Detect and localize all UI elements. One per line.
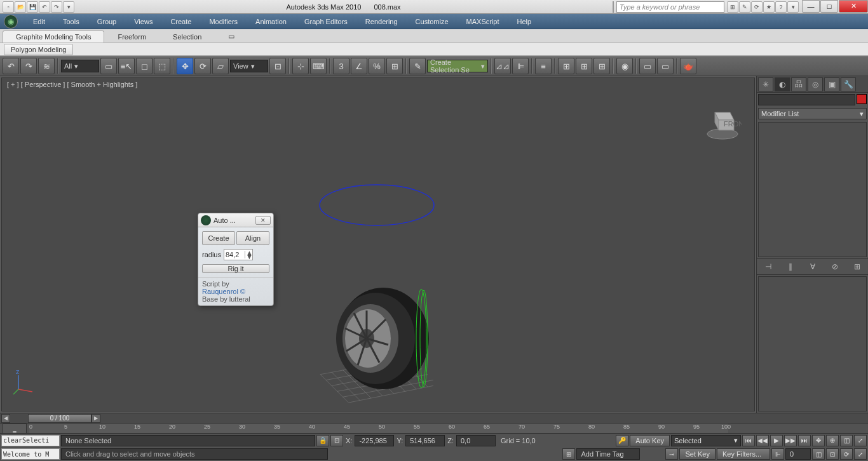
ribbon-tab-selection[interactable]: Selection	[159, 30, 215, 43]
nav-max-icon[interactable]: ⤢	[854, 448, 867, 460]
pivot-icon[interactable]: ⊡	[269, 58, 286, 74]
menu-help[interactable]: Help	[508, 15, 541, 28]
menu-customize[interactable]: Customize	[407, 15, 458, 28]
menu-maxscript[interactable]: MAXScript	[458, 15, 508, 28]
select-rotate-icon[interactable]: ⟳	[194, 58, 211, 74]
author-link[interactable]: Rauquenrol ©	[202, 288, 245, 295]
select-move-icon[interactable]: ✥	[177, 58, 193, 74]
nav-orbit-icon[interactable]: ⊕	[826, 435, 839, 446]
manipulate-icon[interactable]: ⊹	[292, 58, 309, 74]
infocenter-icon[interactable]: ⊞	[727, 1, 738, 13]
y-coord[interactable]: 514,656	[405, 435, 445, 446]
dialog-titlebar[interactable]: Auto ... ✕	[198, 213, 273, 227]
link-icon[interactable]: ≋	[38, 58, 55, 74]
set-key-button[interactable]: Set Key	[679, 448, 715, 460]
star-icon[interactable]: ★	[763, 1, 775, 13]
align-button[interactable]: Align	[236, 231, 269, 245]
render-teapot-icon[interactable]: 🫖	[680, 58, 696, 74]
radius-spinner[interactable]: 84,2 ▲▼	[224, 249, 253, 260]
listener-output[interactable]: clearSelecti	[1, 435, 60, 446]
percent-snap-icon[interactable]: %	[369, 58, 385, 74]
goto-end-icon[interactable]: ⏭	[798, 435, 811, 446]
qat-open-icon[interactable]: 📂	[15, 1, 26, 13]
nav-zoom-icon[interactable]: ⤢	[854, 435, 867, 446]
ribbon-tab-graphite[interactable]: Graphite Modeling Tools	[3, 30, 104, 43]
object-color-swatch[interactable]	[857, 94, 867, 104]
render-frame-icon[interactable]: ▭	[639, 58, 656, 74]
qat-redo-icon[interactable]: ↷	[51, 1, 62, 13]
motion-tab-icon[interactable]: ◎	[808, 77, 823, 91]
add-time-tag[interactable]: Add Time Tag	[576, 448, 640, 460]
menu-modifiers[interactable]: Modifiers	[200, 15, 247, 28]
mirror-icon[interactable]: ⊿⊿	[494, 58, 511, 74]
prev-frame-button[interactable]: ◀	[1, 414, 10, 423]
comm-center-icon[interactable]: ⊞	[562, 448, 575, 460]
select-by-name-icon[interactable]: ≡↖	[118, 58, 135, 74]
current-frame-spinner[interactable]: 0	[785, 448, 811, 460]
snap-3-icon[interactable]: 3	[333, 58, 349, 74]
configure-icon[interactable]: ⊞	[851, 260, 864, 273]
prev-key-icon[interactable]: ◀◀	[756, 435, 769, 446]
select-region-icon[interactable]: ◻	[136, 58, 153, 74]
rig-it-button[interactable]: Rig it	[202, 264, 269, 273]
menu-tools[interactable]: Tools	[54, 15, 88, 28]
select-scale-icon[interactable]: ▱	[212, 58, 229, 74]
lock-selection-icon[interactable]: 🔒	[316, 435, 329, 446]
next-key-icon[interactable]: ▶▶	[784, 435, 797, 446]
spinner-snap-icon[interactable]: ⊞	[386, 58, 403, 74]
z-coord[interactable]: 0,0	[456, 435, 496, 446]
menu-edit[interactable]: Edit	[24, 15, 54, 28]
nav-orbit2-icon[interactable]: ⟳	[840, 448, 853, 460]
next-frame-button[interactable]: ▶	[92, 414, 100, 423]
qat-new-icon[interactable]: ▫	[3, 1, 14, 13]
autorig-dialog[interactable]: Auto ... ✕ Create Align radius 84,2 ▲▼ R…	[198, 213, 274, 306]
qat-save-icon[interactable]: 💾	[27, 1, 38, 13]
help-dd-icon[interactable]: ▾	[787, 1, 799, 13]
material-editor-icon[interactable]: ⊞	[593, 58, 610, 74]
qat-undo-icon[interactable]: ↶	[39, 1, 50, 13]
utilities-tab-icon[interactable]: 🔧	[841, 77, 856, 91]
dialog-close-button[interactable]: ✕	[255, 216, 271, 225]
spinner-arrows-icon[interactable]: ▲▼	[245, 251, 251, 258]
key-mode-dropdown[interactable]: Selected▾	[671, 435, 741, 446]
menu-create[interactable]: Create	[161, 15, 200, 28]
ribbon-polygon-modeling[interactable]: Polygon Modeling	[4, 44, 73, 55]
wheel-object[interactable]	[326, 269, 440, 396]
nav-zoomall-icon[interactable]: ⊡	[826, 448, 839, 460]
object-name-input[interactable]	[758, 94, 855, 105]
auto-key-button[interactable]: Auto Key	[630, 435, 670, 446]
comm-icon[interactable]: ✎	[739, 1, 750, 13]
modifier-stack[interactable]	[758, 122, 867, 257]
viewport-label[interactable]: [ + ] [ Perspective ] [ Smooth + Highlig…	[7, 81, 137, 88]
x-coord[interactable]: -225,985	[355, 435, 394, 446]
select-object-icon[interactable]: ▭	[100, 58, 117, 74]
maximize-button[interactable]: □	[820, 0, 838, 13]
menu-group[interactable]: Group	[88, 15, 126, 28]
create-button[interactable]: Create	[202, 231, 235, 245]
time-config-icon[interactable]: ⊩	[771, 448, 784, 460]
key-icon[interactable]: 🔑	[616, 435, 628, 446]
display-tab-icon[interactable]: ▣	[824, 77, 839, 91]
menu-views[interactable]: Views	[125, 15, 161, 28]
menu-animation[interactable]: Animation	[247, 15, 295, 28]
render-setup-icon[interactable]: ◉	[616, 58, 633, 74]
window-crossing-icon[interactable]: ⬚	[154, 58, 170, 74]
nav-pan-icon[interactable]: ✥	[812, 435, 825, 446]
undo-icon[interactable]: ↶	[3, 58, 19, 74]
nav-fov-icon[interactable]: ◫	[840, 435, 853, 446]
listener-input[interactable]: Welcome to M	[1, 448, 60, 460]
pin-stack-icon[interactable]: ⊣	[762, 260, 775, 273]
help-icon[interactable]: ?	[775, 1, 787, 13]
key-filters-button[interactable]: Key Filters...	[717, 448, 770, 460]
align-icon[interactable]: ⊫	[512, 58, 529, 74]
viewport-perspective[interactable]: [ + ] [ Perspective ] [ Smooth + Highlig…	[1, 77, 755, 411]
remove-mod-icon[interactable]: ⊘	[829, 260, 841, 273]
render-prod-icon[interactable]: ▭	[657, 58, 674, 74]
isolate-icon[interactable]: ⊡	[330, 435, 343, 446]
angle-snap-icon[interactable]: ∠	[351, 58, 367, 74]
ribbon-tab-collapse-icon[interactable]: ▭	[215, 30, 248, 43]
ribbon-tab-freeform[interactable]: Freeform	[104, 30, 159, 43]
edit-named-sel-icon[interactable]: ✎	[409, 58, 426, 74]
app-menu-icon[interactable]: ◉	[4, 15, 18, 29]
named-selection-dropdown[interactable]: Create Selection Se▾	[427, 60, 488, 72]
